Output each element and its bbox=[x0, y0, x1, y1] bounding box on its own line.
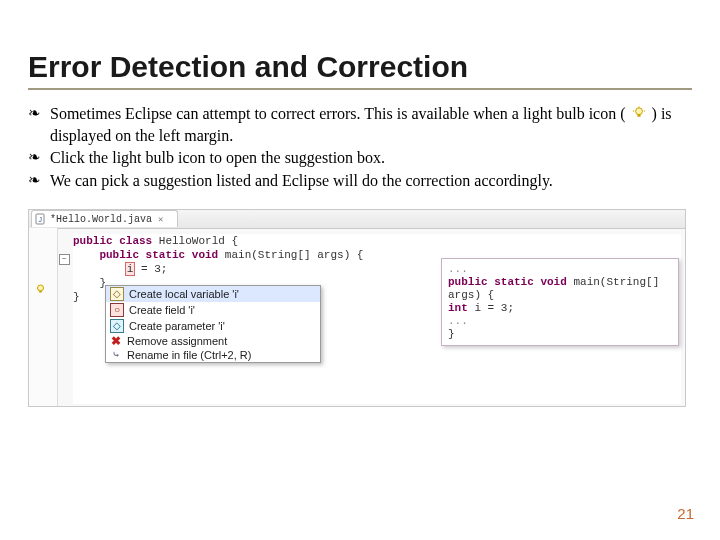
editor-gutter bbox=[29, 228, 58, 406]
preview-line-2: int i = 3; bbox=[448, 302, 672, 315]
preview-line: public static void main(String[] args) { bbox=[448, 276, 672, 302]
svg-rect-1 bbox=[637, 114, 640, 117]
editor-tab-label: *Hello.World.java bbox=[50, 214, 152, 225]
close-icon[interactable]: ✕ bbox=[158, 214, 163, 225]
suggestion-label: Rename in file (Ctrl+2, R) bbox=[127, 349, 251, 361]
java-file-icon: J bbox=[35, 213, 46, 228]
suggestion-remove-assignment[interactable]: ✖ Remove assignment bbox=[106, 334, 320, 348]
preview-line-3: } bbox=[448, 328, 672, 341]
preview-ellipsis-2: ... bbox=[448, 315, 672, 328]
slide: Error Detection and Correction Sometimes… bbox=[0, 0, 720, 540]
rename-icon: ⤷ bbox=[110, 349, 122, 361]
svg-text:J: J bbox=[38, 216, 42, 223]
suggestion-label: Create local variable 'i' bbox=[129, 288, 239, 300]
screenshot-panel: J *Hello.World.java ✕ − public class Hel… bbox=[28, 209, 686, 407]
suggestion-create-field[interactable]: ○ Create field 'i' bbox=[106, 302, 320, 318]
svg-point-0 bbox=[635, 108, 642, 115]
page-number: 21 bbox=[677, 505, 694, 522]
field-icon: ○ bbox=[110, 303, 124, 317]
bullet-1: Sometimes Eclipse can attempt to correct… bbox=[28, 104, 692, 146]
page-title: Error Detection and Correction bbox=[28, 50, 692, 84]
bullet-3: We can pick a suggestion listed and Ecli… bbox=[28, 171, 692, 191]
local-variable-icon: ◇ bbox=[110, 287, 124, 301]
preview-ellipsis: ... bbox=[448, 263, 672, 276]
suggestion-label: Remove assignment bbox=[127, 335, 227, 347]
suggestion-create-local[interactable]: ◇ Create local variable 'i' bbox=[106, 286, 320, 302]
svg-point-9 bbox=[38, 285, 44, 291]
editor-tab[interactable]: J *Hello.World.java ✕ bbox=[31, 210, 178, 227]
bullet-2: Click the light bulb icon to open the su… bbox=[28, 148, 692, 168]
suggestion-rename-in-file[interactable]: ⤷ Rename in file (Ctrl+2, R) bbox=[106, 348, 320, 362]
suggestion-create-parameter[interactable]: ◇ Create parameter 'i' bbox=[106, 318, 320, 334]
code-line-1: public class HelloWorld { bbox=[73, 234, 681, 248]
bullet-list: Sometimes Eclipse can attempt to correct… bbox=[28, 104, 692, 191]
quickfix-lightbulb-icon[interactable] bbox=[34, 283, 47, 299]
bullet-1-text-a: Sometimes Eclipse can attempt to correct… bbox=[50, 105, 626, 122]
editor-tabbar: J *Hello.World.java ✕ bbox=[29, 210, 685, 229]
title-rule bbox=[28, 88, 692, 90]
remove-icon: ✖ bbox=[110, 335, 122, 347]
fold-toggle-icon[interactable]: − bbox=[59, 254, 70, 265]
suggestion-label: Create parameter 'i' bbox=[129, 320, 225, 332]
lightbulb-icon bbox=[632, 105, 646, 125]
parameter-icon: ◇ bbox=[110, 319, 124, 333]
quickfix-suggestion-box: ◇ Create local variable 'i' ○ Create fie… bbox=[105, 285, 321, 363]
svg-rect-10 bbox=[39, 291, 41, 293]
suggestion-label: Create field 'i' bbox=[129, 304, 195, 316]
quickfix-preview-pane: ... public static void main(String[] arg… bbox=[441, 258, 679, 346]
